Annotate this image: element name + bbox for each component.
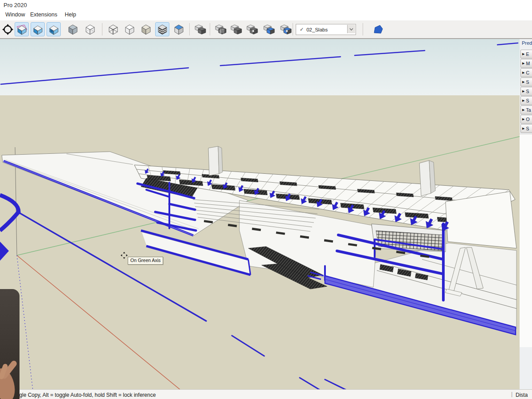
tray-item-6[interactable]: ▶Ta [520, 106, 532, 114]
scene-cubes-icon[interactable] [194, 23, 207, 36]
expand-arrow-icon: ▶ [522, 117, 524, 121]
toolbar-separator [210, 23, 210, 35]
layers-dropdown-value: 02_Slabs [306, 27, 328, 32]
chevron-down-icon [349, 28, 353, 31]
status-bar: oggle Copy, Alt = toggle Auto-fold, hold… [0, 389, 532, 399]
tray-item-3[interactable]: ▶S [520, 78, 532, 86]
expand-arrow-icon: ▶ [522, 90, 524, 93]
section-tool-icon[interactable] [1, 23, 14, 36]
display-section-planes-icon[interactable] [15, 23, 28, 36]
window-titlebar: Pro 2020 [0, 0, 532, 11]
status-hint: oggle Copy, Alt = toggle Auto-fold, hold… [13, 392, 156, 398]
tray-item-5[interactable]: ▶S [520, 96, 532, 105]
dropdown-arrow-button[interactable] [347, 25, 355, 33]
style-wireframe-icon[interactable] [106, 23, 120, 36]
tray-item-7[interactable]: ▶O [520, 115, 532, 124]
sky [0, 39, 520, 95]
tray-item-4[interactable]: ▶S [520, 87, 532, 96]
tag-cubes-3-icon[interactable] [246, 23, 259, 36]
toolbar-separator [102, 23, 102, 35]
chimney-right [419, 160, 435, 196]
menu-item-window[interactable]: Window [5, 12, 25, 18]
status-separator: | [511, 391, 512, 397]
expand-arrow-icon: ▶ [522, 127, 524, 130]
style-textured-icon[interactable] [156, 23, 169, 36]
style-back-edges-icon[interactable] [83, 23, 97, 36]
display-section-cuts-icon[interactable] [31, 23, 44, 36]
toolbar-separator [363, 23, 363, 35]
tray-item-2[interactable]: ▶C [520, 68, 532, 77]
menu-item-extensions[interactable]: Extensions [30, 12, 57, 18]
toolbar-separator [189, 23, 190, 35]
style-hidden-line-icon[interactable] [123, 23, 136, 36]
move-cursor-icon [121, 252, 128, 259]
tag-cubes-2-icon[interactable] [230, 23, 243, 36]
window-title: Pro 2020 [4, 2, 27, 8]
face-style-blue-icon[interactable] [372, 23, 385, 36]
inference-tooltip: On Green Axis [128, 257, 163, 265]
expand-arrow-icon: ▶ [522, 71, 524, 74]
chimney-left [208, 146, 223, 176]
expand-arrow-icon: ▶ [522, 62, 524, 65]
tag-cubes-5-icon[interactable] [279, 23, 293, 36]
menu-bar: Window Extensions Help [0, 11, 532, 20]
toolbar-separator [293, 23, 293, 35]
menu-item-help[interactable]: Help [65, 12, 76, 18]
display-section-fill-icon[interactable] [47, 23, 60, 36]
tray-item-8[interactable]: ▶S [520, 124, 532, 133]
expand-arrow-icon: ▶ [522, 80, 524, 84]
expand-arrow-icon: ▶ [522, 52, 524, 56]
toolbar: ✓ 02_Slabs [0, 20, 532, 39]
tray-body [520, 134, 532, 347]
measurements-label: Dista [516, 392, 528, 398]
layers-dropdown[interactable]: ✓ 02_Slabs [296, 24, 356, 35]
expand-arrow-icon: ▶ [522, 99, 524, 102]
style-shaded-icon[interactable] [139, 23, 153, 36]
style-xray-icon[interactable] [66, 23, 79, 36]
tray-item-1[interactable]: ▶M [520, 59, 532, 68]
viewport-canvas[interactable] [0, 39, 520, 389]
check-icon: ✓ [300, 27, 304, 32]
tray-item-0[interactable]: ▶E [520, 50, 532, 59]
tray-panel: Prede ▶E▶M▶C▶S▶S▶S▶Ta▶O▶S [520, 39, 532, 389]
tag-cubes-1-icon[interactable] [214, 23, 227, 36]
tag-cubes-4-icon[interactable] [262, 23, 276, 36]
tray-header: Prede [520, 39, 532, 49]
expand-arrow-icon: ▶ [522, 108, 524, 112]
style-monochrome-icon[interactable] [172, 23, 185, 36]
webcam-overlay [0, 289, 20, 399]
